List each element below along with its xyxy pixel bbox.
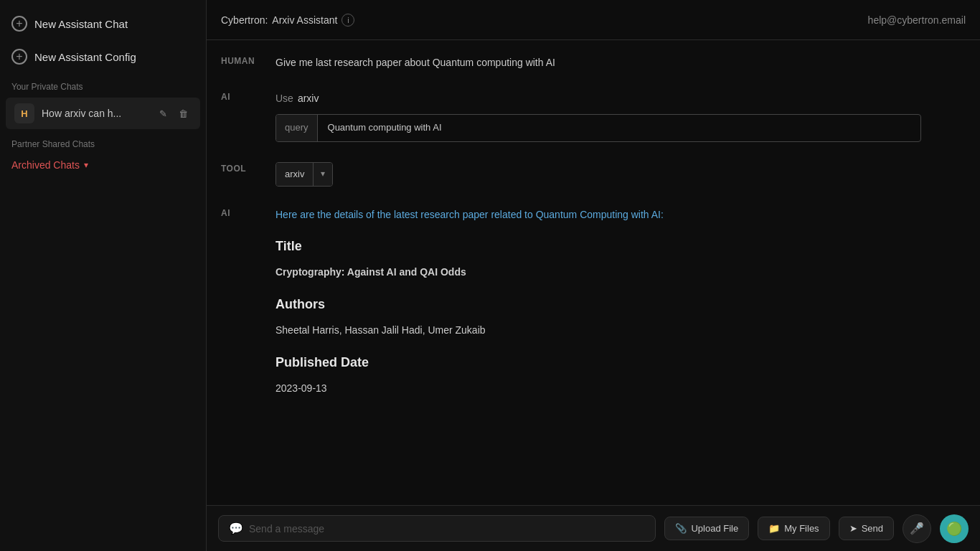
plus-icon-2: + xyxy=(11,49,27,65)
new-chat-label: New Assistant Chat xyxy=(34,18,128,30)
mic-button[interactable]: 🎤 xyxy=(903,514,931,543)
send-label: Send xyxy=(862,523,883,534)
ai-tool-use-content: Use arxiv query Quantum computing with A… xyxy=(275,90,951,141)
delete-chat-icon[interactable]: 🗑 xyxy=(174,105,192,122)
tool-chevron-icon[interactable]: ▾ xyxy=(313,163,332,185)
help-email: help@cybertron.email xyxy=(868,14,966,26)
ai-role-label-2: AI xyxy=(221,207,264,218)
plus-icon: + xyxy=(11,16,27,32)
new-chat-button[interactable]: + New Assistant Chat xyxy=(0,7,206,40)
archived-chats-row[interactable]: Archived Chats ▾ xyxy=(0,154,206,176)
chat-item-active[interactable]: H How arxiv can h... ✎ 🗑 xyxy=(6,98,200,129)
chat-actions: ✎ 🗑 xyxy=(154,105,192,122)
human-message-content: Give me last research paper about Quantu… xyxy=(275,55,951,70)
upload-icon: 📎 xyxy=(675,523,687,534)
assistant-name: Arxiv Assistant xyxy=(272,14,337,26)
query-value: Quantum computing with AI xyxy=(318,115,452,141)
ai-tool-use-row: AI Use arxiv query Quantum computing wit… xyxy=(221,90,951,141)
tool-role-label: TOOL xyxy=(221,162,264,174)
send-button[interactable]: ➤ Send xyxy=(839,517,894,540)
ai-role-label-1: AI xyxy=(221,90,264,102)
ai-use-line: Use arxiv xyxy=(275,90,951,106)
edit-chat-icon[interactable]: ✎ xyxy=(154,105,171,122)
info-icon[interactable]: i xyxy=(341,14,354,27)
tool-dropdown[interactable]: arxiv ▾ xyxy=(275,162,333,187)
chat-title: How arxiv can h... xyxy=(42,108,147,119)
send-icon: ➤ xyxy=(849,523,857,534)
ai-response-row: AI Here are the details of the latest re… xyxy=(221,207,951,410)
bottom-bar: 💬 Send a message 📎 Upload File 📁 My File… xyxy=(207,505,980,551)
query-box: query Quantum computing with AI xyxy=(275,114,921,142)
partner-shared-label: Partner Shared Chats xyxy=(0,131,206,154)
main-panel: Cybertron: Arxiv Assistant i help@cybert… xyxy=(207,0,980,551)
ai-intro-text: Here are the details of the latest resea… xyxy=(275,207,951,222)
authors-heading: Authors xyxy=(275,294,951,315)
message-input-area[interactable]: 💬 Send a message xyxy=(218,515,656,542)
new-config-label: New Assistant Config xyxy=(34,51,136,63)
archived-chats-chevron-icon: ▾ xyxy=(84,160,88,170)
my-files-label: My Files xyxy=(784,523,819,534)
authors-value: Sheetal Harris, Hassan Jalil Hadi, Umer … xyxy=(275,322,951,338)
archived-chats-label: Archived Chats xyxy=(11,159,80,171)
avatar-icon: 🟢 xyxy=(946,521,962,537)
top-bar-left: Cybertron: Arxiv Assistant i xyxy=(221,14,354,27)
use-label: Use xyxy=(275,90,293,106)
top-bar: Cybertron: Arxiv Assistant i help@cybert… xyxy=(207,0,980,40)
message-placeholder: Send a message xyxy=(249,523,324,534)
human-message-row: HUMAN Give me last research paper about … xyxy=(221,55,951,70)
upload-label: Upload File xyxy=(691,523,738,534)
sidebar: + New Assistant Chat + New Assistant Con… xyxy=(0,0,207,551)
ai-use-tool-name: arxiv xyxy=(298,90,319,106)
title-section: Title Cryptography: Against AI and QAI O… xyxy=(275,236,951,280)
title-heading: Title xyxy=(275,236,951,257)
query-label: query xyxy=(276,115,318,141)
published-section: Published Date 2023-09-13 xyxy=(275,352,951,396)
authors-section: Authors Sheetal Harris, Hassan Jalil Had… xyxy=(275,294,951,338)
brand-name: Cybertron: xyxy=(221,14,268,26)
chat-avatar: H xyxy=(14,103,34,123)
published-heading: Published Date xyxy=(275,352,951,373)
tool-message-content: arxiv ▾ xyxy=(275,162,951,187)
private-chats-label: Your Private Chats xyxy=(0,73,206,96)
upload-file-button[interactable]: 📎 Upload File xyxy=(664,517,749,540)
new-config-button[interactable]: + New Assistant Config xyxy=(0,40,206,73)
mic-icon: 🎤 xyxy=(910,522,924,535)
user-avatar-button[interactable]: 🟢 xyxy=(940,514,969,543)
tool-message-row: TOOL arxiv ▾ xyxy=(221,162,951,187)
folder-icon: 📁 xyxy=(768,523,780,534)
chat-area: HUMAN Give me last research paper about … xyxy=(207,40,980,505)
human-message-text: Give me last research paper about Quantu… xyxy=(275,57,555,68)
title-value: Cryptography: Against AI and QAI Odds xyxy=(275,264,951,280)
human-role-label: HUMAN xyxy=(221,55,264,66)
tool-name: arxiv xyxy=(276,163,313,187)
published-value: 2023-09-13 xyxy=(275,380,951,396)
chat-bubble-icon: 💬 xyxy=(229,522,243,535)
ai-response-content: Here are the details of the latest resea… xyxy=(275,207,951,410)
my-files-button[interactable]: 📁 My Files xyxy=(758,517,829,540)
